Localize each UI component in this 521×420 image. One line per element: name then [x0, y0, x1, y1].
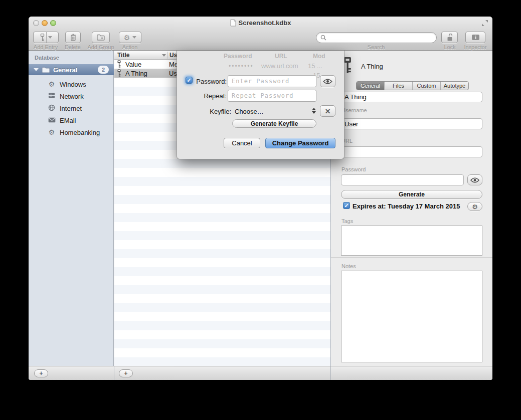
close-icon: ✕ [325, 107, 331, 115]
sidebar-item-network[interactable]: Network [29, 91, 114, 102]
group-sidebar: Database General 2 ⚙ Windows Network Int… [29, 51, 114, 366]
notes-textarea[interactable] [341, 271, 482, 362]
tags-label: Tags [341, 218, 353, 224]
window-chrome: Screenshot.kdbx Add Entry Delete Add Gro… [29, 17, 492, 51]
folder-add-icon [97, 34, 105, 41]
add-entry-label: Add Entry [31, 44, 61, 50]
gear-icon: ⚙ [48, 128, 56, 136]
column-header-title[interactable]: Title [117, 52, 129, 59]
sheet-password-label: Password: [177, 78, 227, 85]
eye-icon [323, 79, 332, 84]
ghost-masked-password: •••••••• [229, 63, 254, 70]
action-label: Action [115, 44, 145, 50]
tab-general[interactable]: General [357, 82, 385, 90]
username-field[interactable] [341, 118, 482, 129]
keyfile-popup[interactable]: Choose… [235, 108, 264, 115]
key-icon [117, 69, 121, 77]
trash-icon [70, 34, 76, 41]
search-label: Search [361, 44, 391, 50]
folder-icon [42, 67, 50, 73]
add-group-footer-button[interactable]: + [34, 369, 48, 377]
desktop: Screenshot.kdbx Add Entry Delete Add Gro… [0, 0, 521, 420]
sheet-repeat-input[interactable] [228, 90, 316, 102]
url-field[interactable] [341, 146, 482, 157]
sidebar-section-header: Database [35, 55, 59, 61]
divider [114, 366, 114, 380]
eye-icon [470, 177, 479, 183]
add-entry-button[interactable] [33, 32, 59, 43]
sheet-password-input[interactable] [228, 75, 316, 87]
tab-autotype[interactable]: Autotype [441, 82, 468, 90]
column-divider[interactable] [167, 52, 167, 59]
lock-label: Lock [436, 44, 463, 50]
bottom-bar: + + [29, 366, 492, 380]
search-icon [320, 35, 326, 41]
divider [330, 366, 331, 380]
reveal-password-button[interactable] [467, 174, 482, 185]
disclosure-triangle-icon[interactable] [34, 68, 39, 71]
app-window: Screenshot.kdbx Add Entry Delete Add Gro… [29, 17, 492, 380]
password-label: Password [341, 166, 366, 172]
inspector-icon [471, 34, 480, 41]
add-entry-footer-button[interactable]: + [119, 369, 133, 377]
sort-indicator-icon [162, 54, 166, 57]
chevron-down-icon [132, 36, 136, 39]
add-group-button[interactable] [92, 32, 110, 43]
clear-keyfile-button[interactable]: ✕ [320, 105, 335, 117]
expires-label: Expires at: Tuesday 17 March 2015 [353, 202, 460, 210]
inspector-tabs: General Files Custom Autotype [356, 81, 469, 90]
delete-button[interactable] [65, 32, 81, 43]
notes-label: Notes [341, 263, 356, 269]
password-field[interactable] [341, 174, 464, 185]
sidebar-item-email[interactable]: EMail [29, 115, 114, 126]
generate-password-button[interactable]: Generate [341, 190, 482, 199]
tags-textarea[interactable] [341, 226, 482, 256]
server-icon [48, 92, 56, 100]
sheet-keyfile-label: Keyfile: [177, 108, 231, 115]
sidebar-item-windows[interactable]: ⚙ Windows [29, 79, 114, 90]
ghost-mod-column: Mod [313, 53, 325, 60]
inspector-label: Inspector [460, 44, 490, 50]
globe-icon [48, 104, 56, 113]
sidebar-group-label: General [53, 66, 77, 74]
sidebar-group-general[interactable]: General 2 [29, 64, 114, 75]
lock-button[interactable] [441, 32, 458, 43]
gear-icon: ⚙ [48, 80, 56, 88]
sheet-reveal-password-button[interactable] [320, 75, 335, 87]
sheet-repeat-label: Repeat: [177, 92, 227, 100]
gear-icon: ⚙ [124, 34, 130, 41]
lock-open-icon [446, 34, 453, 42]
action-button[interactable]: ⚙ [119, 32, 141, 43]
chevron-down-icon [48, 36, 52, 39]
username-label: Username [341, 107, 367, 113]
document-icon [230, 19, 236, 27]
generate-keyfile-button[interactable]: Generate Keyfile [232, 119, 316, 128]
cancel-button[interactable]: Cancel [224, 138, 260, 148]
inspector-button[interactable] [465, 32, 485, 43]
section-divider [331, 257, 492, 258]
title-field[interactable] [341, 92, 482, 102]
delete-label: Delete [58, 44, 88, 50]
envelope-icon [48, 116, 56, 124]
ghost-mod-value: 15 ... [308, 62, 322, 70]
tab-files[interactable]: Files [385, 82, 413, 90]
sidebar-item-homebanking[interactable]: ⚙ Homebanking [29, 127, 114, 138]
fullscreen-icon[interactable] [481, 20, 488, 27]
change-password-button[interactable]: Change Password [265, 138, 335, 148]
window-title: Screenshot.kdbx [29, 19, 492, 27]
ghost-url-value: www.url.com [261, 62, 298, 70]
tab-custom[interactable]: Custom [413, 82, 441, 90]
search-field[interactable] [316, 32, 437, 43]
expires-checkbox[interactable]: ✓ [343, 202, 350, 209]
add-group-label: Add Group [85, 44, 116, 50]
search-input[interactable] [329, 33, 436, 42]
key-icon [40, 34, 45, 42]
sidebar-item-internet[interactable]: Internet [29, 103, 114, 114]
stepper-icon[interactable] [311, 106, 316, 115]
expire-presets-button[interactable]: ⚙ [467, 202, 482, 211]
change-password-sheet: Password URL Mod •••••••• www.url.com 15… [177, 51, 344, 159]
gear-icon: ⚙ [472, 203, 478, 210]
inspector-entry-title: A Thing [361, 63, 383, 70]
inspector-panel: A Thing General Files Custom Autotype Us… [331, 51, 492, 366]
entry-count-badge: 2 [98, 66, 109, 74]
